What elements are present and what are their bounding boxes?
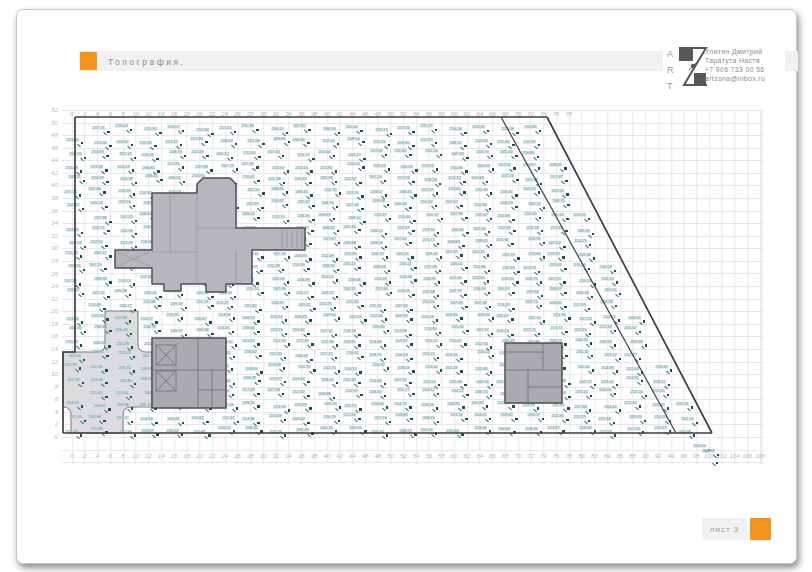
survey-point: 213.43 bbox=[66, 317, 90, 326]
axis-tick-label: 10 bbox=[44, 371, 58, 377]
survey-point: 210.81 bbox=[193, 430, 217, 439]
survey-point: 208.24 bbox=[370, 229, 394, 238]
survey-point: 205.46 bbox=[345, 125, 369, 134]
survey-point: 207.84 bbox=[526, 290, 550, 299]
survey-point: 208.87 bbox=[296, 226, 320, 235]
survey-point: 210.68 bbox=[497, 214, 521, 223]
survey-point: 212.25 bbox=[216, 301, 240, 310]
survey-point: 208.10 bbox=[371, 252, 395, 261]
axis-tick-label: 98 bbox=[693, 453, 700, 459]
survey-point: 206.16 bbox=[320, 426, 344, 435]
survey-point: 218.23 bbox=[375, 128, 399, 137]
survey-point: 217.68 bbox=[574, 405, 598, 414]
axis-tick-label: 74 bbox=[540, 453, 547, 459]
survey-point: 212.49 bbox=[191, 150, 215, 159]
survey-point: 211.65 bbox=[552, 403, 576, 412]
axis-tick-label: 78 bbox=[566, 453, 573, 459]
survey-point: 205.05 bbox=[396, 252, 420, 261]
survey-point: 206.96 bbox=[577, 229, 601, 238]
survey-point: 214.86 bbox=[369, 340, 393, 349]
survey-point: 210.38 bbox=[120, 177, 144, 186]
axis-tick-label: 44 bbox=[349, 453, 356, 459]
survey-point: 209.15 bbox=[271, 127, 295, 136]
axis-tick-label: 6 bbox=[109, 111, 112, 117]
survey-point: 209.86 bbox=[294, 238, 318, 247]
survey-point: 207.12 bbox=[119, 152, 143, 161]
survey-point: 212.56 bbox=[343, 413, 367, 422]
axis-tick-label: 36 bbox=[298, 111, 305, 117]
survey-point: 213.06 bbox=[94, 141, 118, 150]
survey-point: 210.49 bbox=[193, 392, 217, 401]
axis-tick-label: 68 bbox=[502, 453, 509, 459]
survey-point: 218.12 bbox=[653, 380, 677, 389]
survey-point: 207.39 bbox=[346, 203, 370, 212]
survey-point: 211.73 bbox=[344, 404, 368, 413]
survey-point: 205.08 bbox=[449, 380, 473, 389]
survey-point: 210.12 bbox=[422, 388, 446, 397]
survey-point: 214.07 bbox=[167, 125, 191, 134]
survey-point: 215.45 bbox=[652, 403, 676, 412]
survey-point: 211.05 bbox=[422, 300, 446, 309]
survey-point: 216.77 bbox=[143, 225, 167, 234]
survey-point: 216.28 bbox=[116, 342, 140, 351]
survey-point: 215.60 bbox=[115, 391, 139, 400]
survey-point: 212.67 bbox=[374, 213, 398, 222]
survey-point: 207.56 bbox=[118, 200, 142, 209]
survey-point: 217.55 bbox=[64, 363, 88, 372]
survey-point: 217.08 bbox=[247, 139, 271, 148]
survey-point: 211.81 bbox=[320, 166, 344, 175]
axis-tick-label: 64 bbox=[476, 111, 483, 117]
survey-point: 211.15 bbox=[191, 227, 215, 236]
survey-point: 216.33 bbox=[500, 201, 524, 210]
survey-point: 206.93 bbox=[599, 340, 623, 349]
survey-point: 210.85 bbox=[524, 125, 548, 134]
survey-point: 205.70 bbox=[118, 366, 142, 375]
axis-tick-label: 48 bbox=[374, 453, 381, 459]
survey-point: 214.13 bbox=[448, 176, 472, 185]
survey-point: 207.15 bbox=[193, 262, 217, 271]
survey-point: 211.94 bbox=[497, 140, 521, 149]
survey-point: 217.00 bbox=[449, 276, 473, 285]
survey-point: 208.55 bbox=[321, 378, 345, 387]
axis-tick-label: 94 bbox=[667, 453, 674, 459]
survey-point: 212.04 bbox=[630, 390, 654, 399]
survey-point: 207.46 bbox=[69, 326, 93, 335]
axis-tick-label: 68 bbox=[502, 111, 509, 117]
survey-point: 209.42 bbox=[295, 190, 319, 199]
survey-point: 207.79 bbox=[449, 289, 473, 298]
contact-info: Улитин Дмитрий Таратута Настя +7 906 733… bbox=[705, 47, 765, 83]
axis-tick-label: 60 bbox=[451, 111, 458, 117]
survey-point: 217.46 bbox=[375, 287, 399, 296]
axis-tick-label: 8 bbox=[121, 453, 124, 459]
survey-point: 209.23 bbox=[523, 187, 547, 196]
contact-phone: +7 906 733 00 56 bbox=[705, 65, 765, 74]
survey-point: 205.56 bbox=[219, 291, 243, 300]
survey-point: 207.34 bbox=[267, 150, 291, 159]
axis-tick-label: 20 bbox=[44, 308, 58, 314]
survey-point: 206.49 bbox=[93, 341, 117, 350]
survey-point: 213.29 bbox=[475, 139, 499, 148]
survey-point: 210.07 bbox=[527, 413, 551, 422]
survey-point: 211.37 bbox=[344, 177, 368, 186]
survey-point: 207.92 bbox=[293, 124, 317, 133]
survey-point: 206.61 bbox=[498, 427, 522, 436]
axis-tick-label: 82 bbox=[591, 453, 598, 459]
survey-point: 206.13 bbox=[139, 403, 163, 412]
survey-point: 208.88 bbox=[343, 241, 367, 250]
survey-point: 210.20 bbox=[242, 240, 266, 249]
survey-point: 211.91 bbox=[90, 365, 114, 374]
survey-point: 216.76 bbox=[321, 201, 345, 210]
survey-point: 211.77 bbox=[397, 388, 421, 397]
survey-point: 205.28 bbox=[114, 289, 138, 298]
survey-point: 207.59 bbox=[322, 139, 346, 148]
survey-point: 211.53 bbox=[681, 417, 705, 426]
axis-tick-label: 90 bbox=[642, 453, 649, 459]
survey-point: 212.26 bbox=[273, 339, 297, 348]
axis-tick-label: 56 bbox=[425, 111, 432, 117]
axis-tick-label: 42 bbox=[44, 170, 58, 176]
survey-point: 205.33 bbox=[343, 225, 367, 234]
survey-point: 209.90 bbox=[323, 313, 347, 322]
survey-point: 214.65 bbox=[472, 276, 496, 285]
axis-tick-label: 62 bbox=[464, 111, 471, 117]
survey-point: 216.82 bbox=[549, 301, 573, 310]
